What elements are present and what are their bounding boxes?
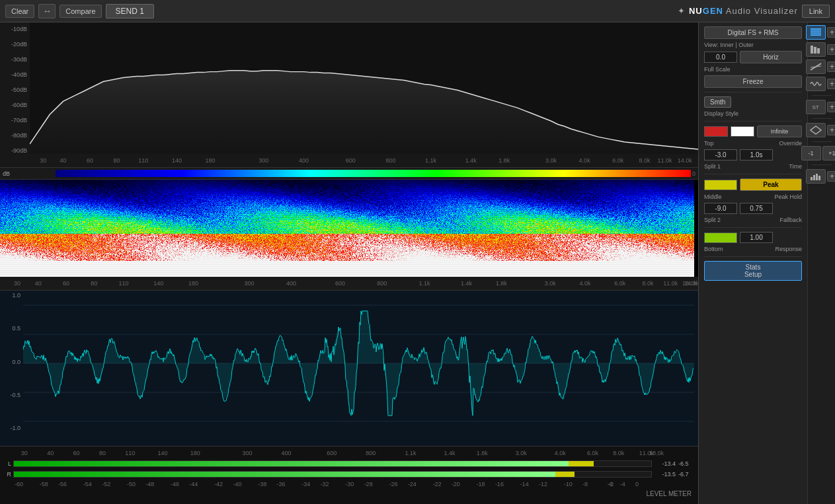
svg-rect-5 (811, 46, 813, 54)
spectrum-canvas (30, 22, 698, 154)
svg-rect-2 (811, 30, 821, 32)
brand-title: ✦ NUGEN Audio Visualizer (678, 6, 797, 16)
fr-divider-3 (812, 141, 832, 142)
override-label: Override (740, 140, 802, 147)
response-label: Response (740, 246, 802, 252)
meter-bar-r-yellow (555, 472, 575, 477)
svg-rect-6 (814, 47, 816, 54)
top-label: Top (704, 140, 737, 147)
color-box-green[interactable] (704, 233, 737, 243)
color-top-row: Infinite (704, 126, 802, 137)
meter-bar-l-green (14, 461, 569, 466)
full-scale-input[interactable] (704, 52, 737, 63)
fr-btn-wave[interactable] (806, 77, 826, 91)
send-label: SEND 1 (106, 4, 154, 18)
fr-row-8: + (806, 169, 836, 184)
svg-rect-11 (811, 177, 813, 180)
divider-4 (704, 227, 802, 228)
fr-row-1: + (806, 25, 836, 40)
spectrogram-canvas (0, 168, 694, 277)
fr-plus-6[interactable]: + (827, 125, 836, 135)
compare-button[interactable]: Compare (60, 5, 101, 18)
smth-button[interactable]: Smth (704, 96, 731, 108)
fr-row-5: ST + (806, 100, 836, 114)
color-box-yellow[interactable] (704, 180, 737, 190)
peak-hold-label: Peak Hold (740, 194, 802, 200)
split2-label: Split 2 (704, 217, 737, 223)
meter-peak-l: -6.5 (678, 460, 698, 467)
meter-l-value: -13.4 (652, 460, 678, 467)
fr-plus-4[interactable]: + (827, 79, 836, 89)
split2-fallback-labels: Split 2 Fallback (704, 217, 802, 223)
fr-row-6: + (806, 123, 836, 137)
bottom-response-row (704, 232, 802, 243)
fr-btn-minus1[interactable]: -1 (801, 146, 821, 161)
display-style-label: Display Style (704, 110, 802, 117)
fr-divider-2 (812, 118, 832, 119)
waveform-amp-labels: 1.0 0.5 0.0 -0.5 -1.0 (0, 291, 23, 433)
fr-plus-3[interactable]: + (827, 61, 836, 72)
fr-btn-plus1[interactable]: +1 (822, 146, 836, 161)
full-scale-label: Full Scale (704, 66, 802, 73)
fallback-input[interactable] (740, 203, 773, 214)
fr-row-4: + (806, 77, 836, 91)
horiz-button[interactable]: Horiz (740, 51, 802, 63)
back-arrow-button[interactable]: ↔ (38, 4, 56, 18)
fr-btn-st[interactable]: ST (806, 100, 826, 114)
color-box-red[interactable] (704, 126, 728, 137)
spectrogram-db-scale: dB -60 -50 -40 -30 -20 -10 0 (0, 168, 698, 180)
meter-peak-r: -6.7 (678, 471, 698, 478)
svg-rect-13 (816, 174, 818, 180)
meter-r-value: -13.5 (652, 471, 678, 478)
svg-rect-1 (811, 28, 821, 30)
link-button[interactable]: Link (802, 5, 830, 18)
fr-plus-5[interactable]: + (827, 102, 836, 112)
fr-plus-7[interactable]: + (827, 171, 836, 182)
svg-rect-7 (817, 48, 820, 54)
clear-button[interactable]: Clear (5, 5, 34, 18)
meter-row-r: R -13.5 -6.7 (0, 470, 698, 479)
fr-row-2: + (806, 42, 836, 57)
fallback-label: Fallback (740, 217, 802, 223)
full-scale-row: Horiz (704, 51, 802, 63)
fr-divider-1 (812, 95, 832, 96)
meter-bar-l-yellow (569, 461, 594, 466)
divider-1 (704, 92, 802, 92)
meter-bar-r-green (14, 472, 555, 477)
right-panel: Digital FS + RMS View: Inner | Outer Hor… (698, 22, 807, 504)
response-input[interactable] (740, 232, 773, 243)
fr-btn-bars1[interactable] (806, 25, 826, 40)
svg-rect-4 (811, 34, 821, 36)
fr-plus-1[interactable]: + (827, 27, 836, 38)
svg-rect-3 (811, 32, 821, 34)
color-box-white[interactable] (731, 126, 754, 137)
fr-btn-level[interactable] (806, 169, 826, 184)
digital-fs-rms-button[interactable]: Digital FS + RMS (704, 26, 802, 39)
bottom-response-labels: Bottom Response (704, 246, 802, 252)
spectrogram-freq-labels: 30 40 60 80 110 140 180 300 400 600 800 … (0, 277, 698, 290)
stats-setup-button[interactable]: StatsSetup (704, 261, 802, 281)
split2-input[interactable] (704, 203, 737, 214)
svg-rect-14 (818, 176, 820, 180)
spectrum-freq-labels: 30 40 60 80 110 140 180 300 400 600 800 … (30, 154, 698, 167)
meter-ch-r-label: R (0, 471, 13, 478)
peak-button[interactable]: Peak (740, 178, 802, 191)
fr-btn-bars3[interactable] (806, 59, 826, 74)
svg-rect-12 (813, 175, 815, 180)
waveform-area: 1.0 0.5 0.0 -0.5 -1.0 (0, 290, 698, 446)
split1-time-row (704, 149, 802, 161)
fr-plus-2[interactable]: + (827, 44, 836, 55)
divider-5 (704, 256, 802, 257)
meter-bar-r (13, 471, 652, 478)
fr-btn-diamond[interactable] (806, 123, 826, 137)
fr-btn-bars2[interactable] (806, 42, 826, 57)
svg-marker-0 (30, 71, 698, 154)
middle-peakhold-labels: Middle Peak Hold (704, 194, 802, 200)
level-freq-scale: 30 40 60 80 110 140 180 300 400 600 800 … (15, 448, 665, 458)
split1-input[interactable] (704, 149, 737, 161)
freeze-button[interactable]: Freeze (704, 75, 802, 88)
infinite-button[interactable]: Infinite (757, 126, 802, 137)
divider-3 (704, 174, 802, 174)
time-input[interactable] (740, 149, 773, 161)
meter-db-scale: -60 -58 -56 -54 -52 -50 -48 -46 -44 -42 … (15, 480, 639, 489)
